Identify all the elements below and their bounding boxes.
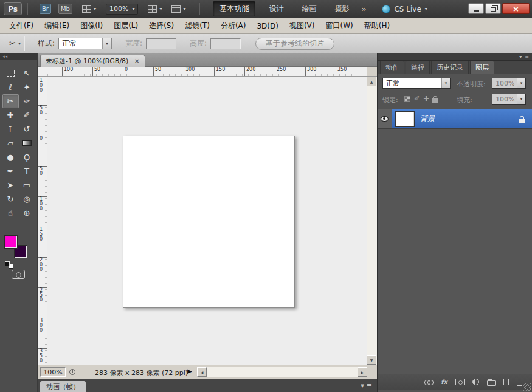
menu-layer[interactable]: 图层(L) bbox=[108, 18, 143, 33]
animation-panel-bar: 动画（帧） ▾ ≡ bbox=[38, 379, 377, 392]
menu-filter[interactable]: 滤镜(T) bbox=[179, 18, 215, 33]
screen-mode-dropdown[interactable]: ▾ bbox=[171, 5, 185, 13]
lock-all-icon[interactable] bbox=[432, 98, 438, 103]
dodge-tool[interactable]: Ϙ bbox=[19, 150, 35, 164]
lock-transparency-icon[interactable] bbox=[404, 96, 410, 102]
resize-grip[interactable] bbox=[523, 383, 531, 391]
menu-window[interactable]: 窗口(W) bbox=[320, 18, 359, 33]
tab-layers[interactable]: 图层 bbox=[470, 61, 494, 74]
link-layers-icon[interactable] bbox=[424, 379, 433, 385]
blur-tool[interactable]: ● bbox=[2, 150, 19, 164]
move-tool[interactable]: ↖ bbox=[19, 66, 35, 80]
tab-history[interactable]: 历史记录 bbox=[431, 61, 469, 74]
lock-position-icon[interactable]: ✚ bbox=[423, 95, 429, 103]
scroll-left-button[interactable]: ◀ bbox=[197, 367, 207, 377]
vertical-scrollbar[interactable]: ▲ ▼ bbox=[367, 77, 377, 365]
eraser-tool[interactable]: ▱ bbox=[2, 136, 19, 150]
workspace-painting-button[interactable]: 绘画 bbox=[297, 2, 321, 16]
canvas[interactable] bbox=[123, 136, 295, 308]
tool-preset-dropdown[interactable]: ✂ ▾ bbox=[6, 36, 24, 51]
lasso-tool[interactable]: ℓ bbox=[2, 80, 19, 94]
layer-row-background[interactable]: 背景 bbox=[378, 109, 532, 129]
new-group-icon[interactable] bbox=[487, 380, 496, 386]
quick-selection-tool[interactable]: ✦ bbox=[19, 80, 35, 94]
tools-panel-header[interactable]: ◂◂ bbox=[0, 53, 37, 60]
lock-pixels-icon[interactable]: ✐ bbox=[414, 95, 420, 103]
width-input[interactable] bbox=[146, 38, 176, 49]
history-brush-tool[interactable]: ↺ bbox=[19, 122, 35, 136]
layer-thumbnail[interactable] bbox=[396, 112, 414, 126]
fill-select[interactable]: 100% ▾ bbox=[492, 94, 526, 105]
hand-tool[interactable]: ☝ bbox=[2, 206, 19, 220]
restore-button[interactable] bbox=[485, 3, 501, 14]
scroll-up-button[interactable]: ▲ bbox=[367, 77, 376, 86]
3d-camera-rotate-tool[interactable]: ◎ bbox=[19, 192, 35, 206]
layer-row-selected-area[interactable]: 背景 bbox=[392, 109, 532, 128]
document-dimensions: 283 像素 x 283 像素 (72 ppi) bbox=[95, 368, 188, 377]
animation-frames-tab[interactable]: 动画（帧） bbox=[40, 381, 86, 392]
layer-mask-icon[interactable] bbox=[455, 379, 465, 385]
height-input[interactable] bbox=[210, 38, 241, 49]
chevron-down-icon: ▾ bbox=[517, 78, 525, 88]
layer-style-icon[interactable]: fx bbox=[441, 379, 447, 385]
3d-object-rotate-tool[interactable]: ↻ bbox=[2, 192, 19, 206]
opacity-select[interactable]: 100% ▾ bbox=[492, 78, 526, 89]
rectangle-shape-tool[interactable]: ▭ bbox=[19, 178, 35, 192]
clone-stamp-tool[interactable]: ⊺ bbox=[2, 122, 19, 136]
pen-tool[interactable]: ✒ bbox=[2, 164, 19, 178]
gradient-tool[interactable] bbox=[19, 136, 35, 150]
blend-mode-select[interactable]: 正常 ▾ bbox=[382, 78, 451, 89]
document-tab[interactable]: 未标题-1 @ 100%(RGB/8) × bbox=[40, 55, 145, 67]
eyedropper-tool[interactable]: ✑ bbox=[19, 94, 35, 108]
launch-bridge-button[interactable]: Br bbox=[40, 4, 51, 14]
brush-tool[interactable]: ✐ bbox=[19, 108, 35, 122]
foreground-color-swatch[interactable] bbox=[5, 236, 17, 248]
slice-tool[interactable]: ✂ bbox=[2, 94, 19, 108]
menu-view[interactable]: 视图(V) bbox=[284, 18, 320, 33]
zoom-tool[interactable]: ⊕ bbox=[19, 206, 35, 220]
slices-from-guides-button[interactable]: 基于参考线的切片 bbox=[255, 38, 334, 50]
workspace-design-button[interactable]: 设计 bbox=[264, 2, 288, 16]
menu-help[interactable]: 帮助(H) bbox=[359, 18, 395, 33]
menu-image[interactable]: 图像(I) bbox=[75, 18, 108, 33]
view-extras-dropdown[interactable]: ▾ bbox=[82, 5, 96, 13]
fill-value: 100% bbox=[492, 95, 517, 103]
horizontal-scrollbar[interactable]: ◀ ▶ bbox=[197, 367, 367, 377]
menu-edit[interactable]: 编辑(E) bbox=[39, 18, 75, 33]
tab-actions[interactable]: 动作 bbox=[380, 61, 404, 74]
workspace-overflow-button[interactable]: » bbox=[361, 4, 366, 13]
scroll-right-button[interactable]: ▶ bbox=[358, 367, 367, 377]
document-close-icon[interactable]: × bbox=[134, 58, 139, 64]
minimize-button[interactable] bbox=[468, 3, 484, 14]
spot-healing-brush-tool[interactable]: ✚ bbox=[2, 108, 19, 122]
lock-row: 锁定: ✐ ✚ 填充: 100% ▾ bbox=[378, 94, 532, 107]
adjustment-layer-icon[interactable] bbox=[472, 379, 479, 385]
launch-mini-bridge-button[interactable]: Mb bbox=[58, 4, 72, 14]
style-select[interactable]: 正常 ▾ bbox=[58, 38, 112, 49]
menu-analysis[interactable]: 分析(A) bbox=[215, 18, 252, 33]
scroll-down-button[interactable]: ▼ bbox=[367, 355, 376, 365]
workspace-photography-button[interactable]: 摄影 bbox=[330, 2, 354, 16]
zoom-level-dropdown[interactable]: 100% ▾ bbox=[106, 4, 138, 15]
color-swatches bbox=[0, 233, 38, 267]
menu-select[interactable]: 选择(S) bbox=[143, 18, 179, 33]
status-zoom-field[interactable]: 100% bbox=[40, 367, 66, 377]
new-layer-icon[interactable] bbox=[503, 379, 509, 385]
menu-file[interactable]: 文件(F) bbox=[4, 18, 39, 33]
rectangular-marquee-tool[interactable] bbox=[2, 66, 19, 80]
arrange-documents-dropdown[interactable]: ▾ bbox=[148, 5, 162, 13]
status-info-flyout-button[interactable]: ▶ bbox=[187, 368, 192, 374]
animation-panel-menu[interactable]: ▾ ≡ bbox=[361, 382, 372, 390]
cs-live-dropdown[interactable]: CS Live ▾ bbox=[382, 5, 427, 13]
layer-visibility-toggle[interactable] bbox=[378, 109, 392, 128]
tab-paths[interactable]: 路径 bbox=[406, 61, 430, 74]
delete-layer-icon[interactable] bbox=[517, 380, 522, 386]
quick-mask-button[interactable] bbox=[12, 270, 25, 279]
default-colors-icon[interactable] bbox=[5, 261, 13, 269]
close-button[interactable]: × bbox=[502, 3, 530, 14]
workspace-essentials-button[interactable]: 基本功能 bbox=[213, 1, 255, 16]
menu-3d[interactable]: 3D(D) bbox=[251, 19, 283, 33]
dock-header[interactable]: ▾ ≡ bbox=[378, 53, 532, 61]
path-selection-tool[interactable]: ➤ bbox=[2, 178, 19, 192]
type-tool[interactable]: T bbox=[19, 164, 35, 178]
